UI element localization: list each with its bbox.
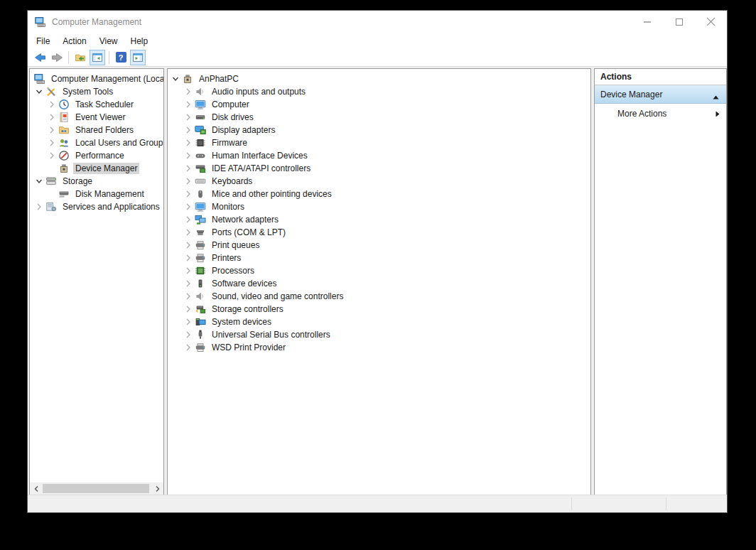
- device-category-printers[interactable]: Printers: [168, 252, 590, 264]
- tree-item-event-viewer[interactable]: Event Viewer: [30, 111, 163, 124]
- chevron-collapsed-icon[interactable]: [183, 240, 193, 250]
- device-category-mice[interactable]: Mice and other pointing devices: [168, 188, 590, 200]
- tree-item-storage[interactable]: Storage: [30, 175, 163, 188]
- tree-item-task-scheduler[interactable]: Task Scheduler: [30, 98, 163, 111]
- show-hide-console-tree-button[interactable]: [90, 50, 105, 65]
- export-folder-icon: [75, 52, 86, 63]
- actions-section-device-manager[interactable]: Device Manager: [595, 85, 726, 104]
- tree-item-system-tools[interactable]: System Tools: [30, 85, 163, 98]
- device-list-pane: AnPhatPC Audio inputs and outputs: [167, 68, 591, 495]
- chevron-collapsed-icon[interactable]: [47, 125, 57, 135]
- chevron-collapsed-icon[interactable]: [47, 99, 57, 109]
- chevron-collapsed-icon[interactable]: [183, 151, 193, 161]
- chevron-collapsed-icon[interactable]: [47, 151, 57, 161]
- keyboard-icon: [195, 176, 206, 187]
- chevron-collapsed-icon[interactable]: [183, 317, 193, 327]
- chip-icon: [195, 137, 206, 149]
- menu-file[interactable]: File: [30, 35, 56, 48]
- minimize-button[interactable]: [631, 11, 663, 33]
- device-category-print-queues[interactable]: Print queues: [168, 239, 590, 252]
- usb-plug-icon: [195, 329, 206, 340]
- computer-device-icon: [182, 73, 193, 85]
- chevron-collapsed-icon[interactable]: [183, 189, 193, 199]
- show-hide-action-pane-button[interactable]: [130, 50, 146, 65]
- chevron-collapsed-icon[interactable]: [183, 202, 193, 212]
- chevron-collapsed-icon[interactable]: [183, 112, 193, 122]
- horizontal-scrollbar[interactable]: [30, 482, 163, 495]
- tree-item-device-manager[interactable]: Device Manager: [30, 162, 163, 175]
- device-category-software-devices[interactable]: Software devices: [168, 277, 590, 290]
- chevron-expanded-icon[interactable]: [34, 87, 44, 97]
- chevron-collapsed-icon[interactable]: [183, 227, 193, 237]
- chevron-collapsed-icon[interactable]: [183, 291, 193, 301]
- device-category-label: Monitors: [210, 201, 247, 212]
- menu-help[interactable]: Help: [124, 35, 155, 48]
- tree-item-services-and-applications[interactable]: Services and Applications: [30, 200, 163, 213]
- chevron-collapsed-icon[interactable]: [183, 266, 193, 276]
- device-root-anphatpc[interactable]: AnPhatPC: [168, 72, 590, 85]
- chevron-collapsed-icon[interactable]: [183, 138, 193, 148]
- collapse-caret-icon[interactable]: [713, 92, 719, 102]
- scroll-right-arrow[interactable]: [151, 482, 163, 495]
- device-category-keyboards[interactable]: Keyboards: [168, 175, 590, 188]
- chevron-collapsed-icon[interactable]: [183, 279, 193, 289]
- device-category-computer[interactable]: Computer: [168, 98, 590, 111]
- device-category-monitors[interactable]: Monitors: [168, 200, 590, 213]
- forward-button[interactable]: [49, 50, 65, 65]
- device-category-label: Software devices: [210, 278, 279, 289]
- more-actions-item[interactable]: More Actions: [595, 104, 726, 123]
- chevron-collapsed-icon[interactable]: [183, 176, 193, 186]
- help-button[interactable]: ?: [113, 50, 129, 65]
- tree-item-label: Task Scheduler: [73, 99, 136, 110]
- back-button[interactable]: [32, 50, 48, 65]
- tree-item-label: System Tools: [60, 86, 115, 97]
- device-category-ide-controllers[interactable]: IDE ATA/ATAPI controllers: [168, 162, 590, 175]
- chevron-collapsed-icon[interactable]: [34, 202, 44, 212]
- display-adapter-icon: [195, 124, 206, 136]
- scrollbar-thumb[interactable]: [43, 484, 149, 493]
- tree-item-disk-management[interactable]: Disk Management: [30, 188, 163, 200]
- actions-pane: Actions Device Manager More Actions: [594, 68, 727, 495]
- chevron-collapsed-icon[interactable]: [47, 138, 57, 148]
- device-category-usb-controllers[interactable]: Universal Serial Bus controllers: [168, 328, 590, 341]
- device-category-ports[interactable]: Ports (COM & LPT): [168, 226, 590, 239]
- speaker-icon: [195, 86, 206, 97]
- chevron-collapsed-icon[interactable]: [183, 253, 193, 263]
- chevron-collapsed-icon[interactable]: [183, 215, 193, 225]
- chevron-collapsed-icon[interactable]: [183, 304, 193, 314]
- device-category-network-adapters[interactable]: Network adapters: [168, 213, 590, 226]
- device-category-wsd-print-provider[interactable]: WSD Print Provider: [168, 341, 590, 354]
- services-and-applications-icon: [45, 201, 57, 212]
- tree-item-computer-management-root[interactable]: Computer Management (Local: [30, 72, 163, 85]
- device-category-audio[interactable]: Audio inputs and outputs: [168, 85, 590, 98]
- close-button[interactable]: [695, 11, 727, 33]
- device-category-display-adapters[interactable]: Display adapters: [168, 124, 590, 136]
- menu-action[interactable]: Action: [56, 35, 92, 48]
- chevron-collapsed-icon[interactable]: [183, 330, 193, 340]
- chevron-expanded-icon[interactable]: [34, 176, 44, 186]
- device-category-storage-controllers[interactable]: Storage controllers: [168, 303, 590, 316]
- chevron-collapsed-icon[interactable]: [183, 125, 193, 135]
- scroll-left-arrow[interactable]: [30, 482, 42, 495]
- chevron-collapsed-icon[interactable]: [183, 343, 193, 352]
- device-category-firmware[interactable]: Firmware: [168, 136, 590, 149]
- device-category-label: Computer: [210, 99, 252, 110]
- device-category-disk-drives[interactable]: Disk drives: [168, 111, 590, 124]
- chevron-collapsed-icon[interactable]: [183, 99, 193, 109]
- tree-item-shared-folders[interactable]: Shared Folders: [30, 124, 163, 136]
- tree-item-local-users-and-groups[interactable]: Local Users and Groups: [30, 136, 163, 149]
- device-category-hid[interactable]: Human Interface Devices: [168, 149, 590, 162]
- chevron-expanded-icon[interactable]: [171, 74, 180, 84]
- tree-item-performance[interactable]: Performance: [30, 149, 163, 162]
- chevron-collapsed-icon[interactable]: [47, 112, 57, 122]
- device-category-processors[interactable]: Processors: [168, 264, 590, 277]
- maximize-button[interactable]: [663, 11, 695, 33]
- device-category-sound-video-game[interactable]: Sound, video and game controllers: [168, 290, 590, 303]
- chevron-collapsed-icon[interactable]: [183, 163, 193, 173]
- export-list-button[interactable]: [72, 50, 88, 65]
- device-category-label: Human Interface Devices: [210, 150, 310, 161]
- menu-view[interactable]: View: [93, 35, 124, 48]
- device-category-system-devices[interactable]: System devices: [168, 316, 590, 328]
- menu-bar: File Action View Help: [28, 33, 727, 48]
- chevron-collapsed-icon[interactable]: [183, 87, 193, 97]
